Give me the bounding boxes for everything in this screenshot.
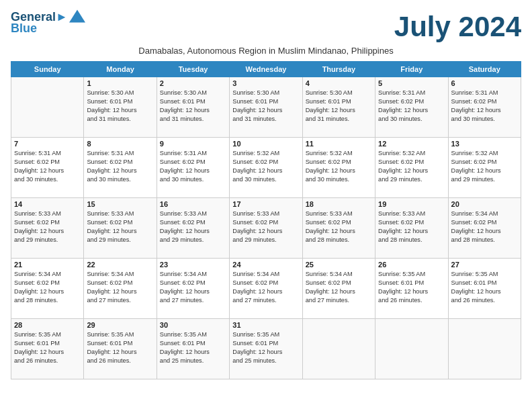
- day-number: 18: [306, 200, 372, 208]
- day-info: Sunrise: 5:32 AM Sunset: 6:02 PM Dayligh…: [232, 149, 299, 184]
- calendar-cell: 17Sunrise: 5:33 AM Sunset: 6:02 PM Dayli…: [230, 198, 302, 259]
- day-info: Sunrise: 5:35 AM Sunset: 6:01 PM Dayligh…: [378, 270, 445, 305]
- weekday-monday: Monday: [84, 62, 157, 77]
- day-info: Sunrise: 5:34 AM Sunset: 6:02 PM Dayligh…: [451, 210, 518, 244]
- day-number: 3: [232, 79, 299, 87]
- day-number: 4: [306, 79, 372, 87]
- calendar-cell: 21Sunrise: 5:34 AM Sunset: 6:02 PM Dayli…: [11, 259, 84, 319]
- calendar-cell: 8Sunrise: 5:31 AM Sunset: 6:02 PM Daylig…: [84, 138, 157, 198]
- calendar-cell: 22Sunrise: 5:34 AM Sunset: 6:02 PM Dayli…: [84, 259, 157, 319]
- calendar-cell: 12Sunrise: 5:32 AM Sunset: 6:02 PM Dayli…: [375, 138, 448, 198]
- day-number: 20: [451, 200, 518, 208]
- day-number: 7: [14, 140, 81, 148]
- week-row-2: 7Sunrise: 5:31 AM Sunset: 6:02 PM Daylig…: [11, 138, 521, 198]
- calendar-cell: 25Sunrise: 5:34 AM Sunset: 6:02 PM Dayli…: [302, 259, 375, 319]
- calendar-cell: 15Sunrise: 5:33 AM Sunset: 6:02 PM Dayli…: [84, 198, 157, 259]
- day-info: Sunrise: 5:30 AM Sunset: 6:01 PM Dayligh…: [306, 89, 372, 124]
- day-info: Sunrise: 5:33 AM Sunset: 6:02 PM Dayligh…: [160, 210, 226, 244]
- calendar-cell: 4Sunrise: 5:30 AM Sunset: 6:01 PM Daylig…: [302, 77, 375, 138]
- weekday-thursday: Thursday: [302, 62, 375, 77]
- day-number: 21: [14, 261, 81, 269]
- day-number: 19: [378, 200, 445, 208]
- day-number: 28: [14, 321, 81, 329]
- weekday-sunday: Sunday: [11, 62, 84, 77]
- day-info: Sunrise: 5:33 AM Sunset: 6:02 PM Dayligh…: [14, 210, 81, 244]
- day-number: 29: [87, 321, 153, 329]
- day-info: Sunrise: 5:35 AM Sunset: 6:01 PM Dayligh…: [14, 330, 81, 365]
- logo: General► Blue: [11, 11, 85, 36]
- day-number: 11: [306, 140, 372, 148]
- calendar-cell: 16Sunrise: 5:33 AM Sunset: 6:02 PM Dayli…: [157, 198, 229, 259]
- day-info: Sunrise: 5:34 AM Sunset: 6:02 PM Dayligh…: [160, 270, 226, 305]
- day-info: Sunrise: 5:30 AM Sunset: 6:01 PM Dayligh…: [87, 89, 153, 124]
- calendar-cell: 9Sunrise: 5:31 AM Sunset: 6:02 PM Daylig…: [157, 138, 229, 198]
- page-subtitle: Damabalas, Autonomous Region in Muslim M…: [11, 46, 521, 56]
- week-row-4: 21Sunrise: 5:34 AM Sunset: 6:02 PM Dayli…: [11, 259, 521, 319]
- calendar-cell: 5Sunrise: 5:31 AM Sunset: 6:02 PM Daylig…: [375, 77, 448, 138]
- weekday-header-row: SundayMondayTuesdayWednesdayThursdayFrid…: [11, 62, 521, 77]
- day-info: Sunrise: 5:35 AM Sunset: 6:01 PM Dayligh…: [160, 330, 226, 365]
- calendar-cell: 31Sunrise: 5:35 AM Sunset: 6:01 PM Dayli…: [230, 319, 302, 379]
- day-info: Sunrise: 5:31 AM Sunset: 6:02 PM Dayligh…: [378, 89, 445, 124]
- day-number: 22: [87, 261, 153, 269]
- calendar-cell: 6Sunrise: 5:31 AM Sunset: 6:02 PM Daylig…: [448, 77, 521, 138]
- day-info: Sunrise: 5:33 AM Sunset: 6:02 PM Dayligh…: [306, 210, 372, 244]
- day-info: Sunrise: 5:34 AM Sunset: 6:02 PM Dayligh…: [306, 270, 372, 305]
- calendar-cell: 14Sunrise: 5:33 AM Sunset: 6:02 PM Dayli…: [11, 198, 84, 259]
- day-info: Sunrise: 5:32 AM Sunset: 6:02 PM Dayligh…: [451, 149, 518, 184]
- calendar-cell: 30Sunrise: 5:35 AM Sunset: 6:01 PM Dayli…: [157, 319, 229, 379]
- day-info: Sunrise: 5:32 AM Sunset: 6:02 PM Dayligh…: [378, 149, 445, 184]
- week-row-1: 1Sunrise: 5:30 AM Sunset: 6:01 PM Daylig…: [11, 77, 521, 138]
- calendar-cell: 13Sunrise: 5:32 AM Sunset: 6:02 PM Dayli…: [448, 138, 521, 198]
- calendar-cell: [375, 319, 448, 379]
- day-info: Sunrise: 5:35 AM Sunset: 6:01 PM Dayligh…: [232, 330, 299, 365]
- day-number: 16: [160, 200, 226, 208]
- day-info: Sunrise: 5:33 AM Sunset: 6:02 PM Dayligh…: [232, 210, 299, 244]
- calendar-cell: 1Sunrise: 5:30 AM Sunset: 6:01 PM Daylig…: [84, 77, 157, 138]
- day-info: Sunrise: 5:31 AM Sunset: 6:02 PM Dayligh…: [451, 89, 518, 124]
- day-info: Sunrise: 5:34 AM Sunset: 6:02 PM Dayligh…: [87, 270, 153, 305]
- week-row-5: 28Sunrise: 5:35 AM Sunset: 6:01 PM Dayli…: [11, 319, 521, 379]
- day-number: 2: [160, 79, 226, 87]
- day-info: Sunrise: 5:33 AM Sunset: 6:02 PM Dayligh…: [378, 210, 445, 244]
- day-number: 5: [378, 79, 445, 87]
- calendar-cell: 10Sunrise: 5:32 AM Sunset: 6:02 PM Dayli…: [230, 138, 302, 198]
- day-number: 23: [160, 261, 226, 269]
- calendar-cell: [448, 319, 521, 379]
- month-title: July 2024: [394, 11, 521, 43]
- calendar-cell: 26Sunrise: 5:35 AM Sunset: 6:01 PM Dayli…: [375, 259, 448, 319]
- day-number: 8: [87, 140, 153, 148]
- day-number: 1: [87, 79, 153, 87]
- weekday-tuesday: Tuesday: [157, 62, 229, 77]
- day-number: 24: [232, 261, 299, 269]
- calendar-cell: [302, 319, 375, 379]
- day-number: 15: [87, 200, 153, 208]
- calendar-table: SundayMondayTuesdayWednesdayThursdayFrid…: [11, 61, 521, 379]
- day-info: Sunrise: 5:34 AM Sunset: 6:02 PM Dayligh…: [232, 270, 299, 305]
- day-info: Sunrise: 5:31 AM Sunset: 6:02 PM Dayligh…: [160, 149, 226, 184]
- day-number: 17: [232, 200, 299, 208]
- day-number: 26: [378, 261, 445, 269]
- day-info: Sunrise: 5:31 AM Sunset: 6:02 PM Dayligh…: [87, 149, 153, 184]
- header: General► Blue July 2024: [11, 11, 521, 43]
- weekday-saturday: Saturday: [448, 62, 521, 77]
- calendar-body: 1Sunrise: 5:30 AM Sunset: 6:01 PM Daylig…: [11, 77, 521, 379]
- calendar-cell: 18Sunrise: 5:33 AM Sunset: 6:02 PM Dayli…: [302, 198, 375, 259]
- calendar-cell: 11Sunrise: 5:32 AM Sunset: 6:02 PM Dayli…: [302, 138, 375, 198]
- day-number: 14: [14, 200, 81, 208]
- day-number: 9: [160, 140, 226, 148]
- weekday-friday: Friday: [375, 62, 448, 77]
- calendar-cell: 23Sunrise: 5:34 AM Sunset: 6:02 PM Dayli…: [157, 259, 229, 319]
- day-info: Sunrise: 5:33 AM Sunset: 6:02 PM Dayligh…: [87, 210, 153, 244]
- calendar-cell: 27Sunrise: 5:35 AM Sunset: 6:01 PM Dayli…: [448, 259, 521, 319]
- day-number: 12: [378, 140, 445, 148]
- day-number: 30: [160, 321, 226, 329]
- calendar-cell: 2Sunrise: 5:30 AM Sunset: 6:01 PM Daylig…: [157, 77, 229, 138]
- day-number: 27: [451, 261, 518, 269]
- day-number: 25: [306, 261, 372, 269]
- calendar-cell: 19Sunrise: 5:33 AM Sunset: 6:02 PM Dayli…: [375, 198, 448, 259]
- day-info: Sunrise: 5:35 AM Sunset: 6:01 PM Dayligh…: [87, 330, 153, 365]
- day-info: Sunrise: 5:35 AM Sunset: 6:01 PM Dayligh…: [451, 270, 518, 305]
- day-info: Sunrise: 5:34 AM Sunset: 6:02 PM Dayligh…: [14, 270, 81, 305]
- week-row-3: 14Sunrise: 5:33 AM Sunset: 6:02 PM Dayli…: [11, 198, 521, 259]
